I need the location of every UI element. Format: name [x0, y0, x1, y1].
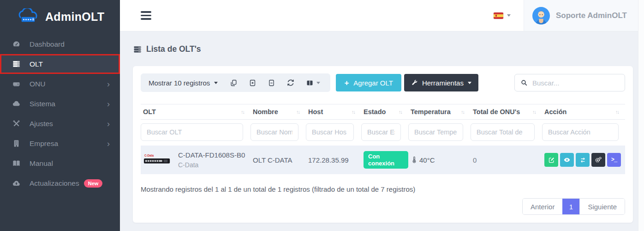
search-icon [520, 79, 528, 86]
tools-dropdown-button[interactable]: Herramientas [404, 74, 478, 91]
exchange-button[interactable] [576, 153, 590, 167]
language-selector[interactable] [494, 12, 511, 19]
edit-olt-button[interactable] [544, 153, 558, 167]
columns-visibility-button[interactable] [300, 73, 326, 92]
sidebar-nav: Dashboard OLT ONU › Sistema [0, 33, 120, 193]
filter-estado-input[interactable] [361, 123, 401, 141]
chevron-right-icon: › [107, 100, 110, 108]
avatar [532, 7, 550, 24]
estado-cell: Con conexión [361, 151, 408, 169]
search-box [514, 74, 625, 91]
gauge-icon [12, 40, 22, 49]
connection-status-badge: Con conexión [364, 151, 408, 169]
show-records-dropdown[interactable]: Mostrar 10 registros [141, 73, 224, 92]
plus-icon: + [344, 79, 349, 87]
tools-icon [12, 119, 22, 128]
view-olt-button[interactable] [560, 153, 574, 167]
chevron-right-icon: › [107, 80, 110, 88]
caret-down-icon [507, 14, 511, 17]
chevron-right-icon: › [107, 120, 110, 128]
column-header-host[interactable]: Host↑↓ [306, 108, 361, 116]
filter-temperatura-input[interactable] [408, 123, 463, 141]
sidebar-item-label: Sistema [30, 100, 55, 108]
edit-icon [548, 157, 555, 164]
host-cell: 172.28.35.99 [306, 156, 361, 164]
scrollbar-track[interactable] [638, 0, 644, 231]
add-olt-button[interactable]: + Agregar OLT [336, 74, 401, 91]
temperatura-cell: 40°C [408, 156, 471, 164]
column-header-olt[interactable]: OLT↑↓ [141, 108, 250, 116]
sort-icon: ↑↓ [532, 109, 536, 115]
sidebar-item-actualizaciones[interactable]: Actualizaciones New [0, 173, 120, 193]
table-header-row: OLT↑↓ Nombre↑↓ Host↑↓ Estado↑↓ Temperatu… [141, 104, 625, 120]
column-header-estado[interactable]: Estado↑↓ [361, 108, 408, 116]
brand-name: AdminOLT [45, 10, 104, 24]
refresh-button[interactable] [281, 73, 300, 92]
sidebar-item-sistema[interactable]: Sistema › [0, 94, 120, 114]
pagination-page-1-button[interactable]: 1 [562, 199, 579, 214]
terminal-icon: >_ [611, 157, 617, 163]
content: Lista de OLT's Mostrar 10 registros [120, 31, 644, 231]
accion-cell: >_ [542, 153, 625, 167]
nombre-cell: OLT C-DATA [250, 156, 306, 164]
pagination-next-button[interactable]: Siguiente [579, 199, 625, 214]
server-stack-icon [12, 60, 22, 68]
file-export-icon [268, 79, 275, 87]
copy-icon [230, 79, 238, 87]
filter-accion-input[interactable] [542, 123, 619, 141]
building-icon [12, 139, 22, 148]
search-input[interactable] [532, 79, 619, 87]
table-controls-group: Mostrar 10 registros [141, 73, 330, 92]
sidebar-item-label: ONU [30, 80, 45, 88]
sidebar-item-empresa[interactable]: Empresa › [0, 134, 120, 153]
olt-brand: C-Data [178, 161, 245, 169]
terminal-button[interactable]: >_ [607, 153, 621, 167]
sidebar-item-label: Dashboard [30, 40, 65, 49]
column-header-total-onus[interactable]: Total de ONU's↑↓ [471, 108, 542, 116]
book-icon [12, 159, 22, 168]
filter-nombre-input[interactable] [250, 123, 298, 141]
settings-olt-button[interactable] [591, 153, 605, 167]
olt-cell: C-Data C-DATA-FD1608S-B0 C-Data [141, 151, 250, 169]
sort-icon: ↑↓ [296, 109, 299, 115]
eye-icon [563, 156, 571, 164]
sidebar-item-label: Ajustes [30, 120, 53, 128]
sidebar-item-onu[interactable]: ONU › [0, 74, 120, 94]
refresh-icon [286, 79, 295, 87]
sidebar-item-label: OLT [30, 60, 43, 68]
top-bar: Soporte AdminOLT [120, 0, 644, 31]
filter-host-input[interactable] [306, 123, 354, 141]
olt-list-card: Mostrar 10 registros [133, 66, 633, 223]
brand[interactable]: AdminOLT [0, 0, 120, 33]
thermometer-icon [411, 156, 418, 164]
sidebar-item-dashboard[interactable]: Dashboard [0, 34, 120, 54]
excel-export-button[interactable] [243, 73, 262, 92]
user-menu[interactable]: Soporte AdminOLT [524, 0, 644, 31]
main-area: Soporte AdminOLT Lista de OLT's Mostrar … [120, 0, 644, 231]
pagination-previous-button[interactable]: Anterior [523, 199, 563, 214]
file-export-button[interactable] [262, 73, 281, 92]
gears-icon [595, 156, 602, 164]
sort-icon: ↑↓ [352, 109, 355, 115]
table-filter-row [141, 120, 625, 146]
sidebar-toggle-icon[interactable] [141, 11, 151, 20]
filter-olt-input[interactable] [141, 123, 243, 141]
sidebar-item-label: Actualizaciones [30, 179, 79, 188]
filter-total-input[interactable] [471, 123, 535, 141]
copy-button[interactable] [224, 73, 243, 92]
sidebar-item-manual[interactable]: Manual [0, 153, 120, 173]
svg-text:C-Data: C-Data [144, 154, 154, 157]
caret-down-icon [468, 82, 471, 84]
chevron-right-icon: › [107, 140, 110, 148]
sidebar-item-label: Empresa [30, 140, 58, 148]
column-header-temperatura[interactable]: Temperatura↑↓ [408, 108, 471, 116]
sidebar-item-ajustes[interactable]: Ajustes › [0, 114, 120, 134]
brand-cloud-logo-icon [17, 8, 41, 25]
user-name: Soporte AdminOLT [556, 11, 627, 20]
cloud-icon [12, 99, 22, 108]
new-badge: New [84, 179, 103, 188]
column-header-nombre[interactable]: Nombre↑↓ [250, 108, 306, 116]
sidebar-item-olt[interactable]: OLT [0, 54, 120, 74]
sort-icon: ↑↓ [399, 109, 402, 115]
column-header-accion[interactable]: Acción↑↓ [542, 108, 625, 116]
